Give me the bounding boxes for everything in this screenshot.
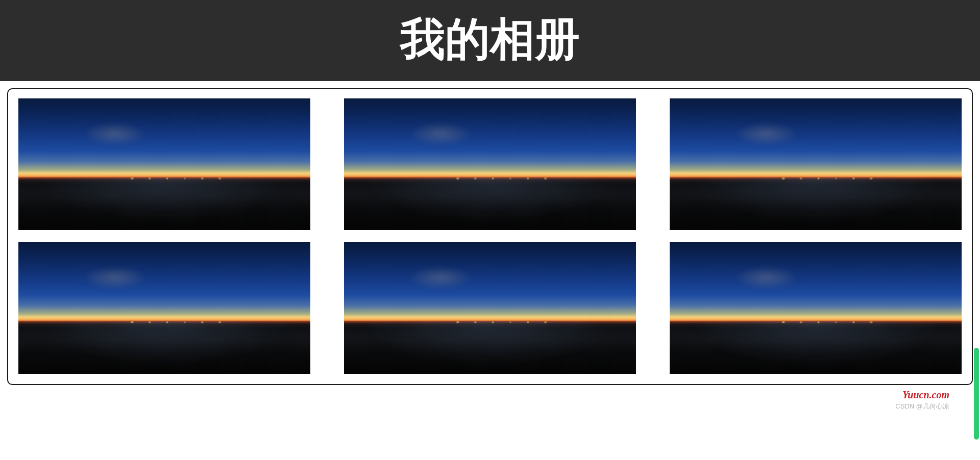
gallery-container [7, 88, 973, 385]
image-detail [772, 177, 889, 180]
gallery-item[interactable] [670, 98, 962, 230]
watermark-sub: CSDN @几何心凉 [0, 402, 949, 411]
gallery-item[interactable] [670, 242, 962, 374]
gallery-grid [18, 98, 962, 374]
image-detail [446, 321, 563, 323]
page-footer: Yuucn.com CSDN @几何心凉 [0, 389, 980, 411]
image-detail [120, 321, 237, 323]
gallery-item[interactable] [18, 98, 310, 230]
watermark-main: Yuucn.com [0, 389, 949, 401]
page-title: 我的相册 [0, 9, 980, 70]
image-detail [772, 321, 889, 323]
gallery-item[interactable] [344, 98, 636, 230]
page-header: 我的相册 [0, 0, 980, 81]
gallery-item[interactable] [18, 242, 310, 374]
scrollbar-thumb[interactable] [974, 348, 979, 411]
gallery-item[interactable] [344, 242, 636, 374]
image-detail [120, 177, 237, 180]
image-detail [446, 177, 563, 180]
